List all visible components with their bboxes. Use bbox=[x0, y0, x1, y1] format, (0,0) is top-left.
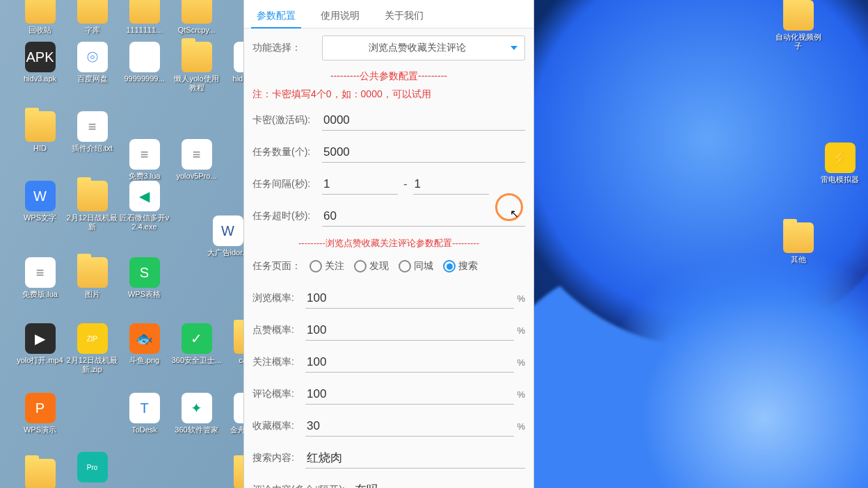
taskcount-input[interactable] bbox=[322, 143, 525, 163]
section-browse: ---------浏览点赞收藏关注评论参数配置--------- bbox=[252, 237, 525, 250]
app-icon bbox=[129, 42, 160, 72]
desktop-icon[interactable]: ⦾百度网盘 bbox=[66, 42, 118, 83]
desktop-icon[interactable]: 字库 bbox=[66, 0, 118, 35]
app-icon: ◀ bbox=[129, 181, 160, 211]
desktop-icon[interactable]: 1111111... bbox=[118, 0, 170, 35]
comment-rate-label: 评论概率: bbox=[252, 388, 305, 400]
follow-rate-input[interactable] bbox=[305, 352, 514, 373]
interval-max-input[interactable] bbox=[413, 174, 489, 195]
dash: - bbox=[403, 177, 408, 191]
desktop-icon[interactable]: 其他 bbox=[772, 222, 824, 264]
icon-label: 插件介绍.txt bbox=[72, 144, 113, 153]
app-icon: Pro bbox=[77, 452, 108, 482]
tab-about[interactable]: 关于我们 bbox=[372, 4, 436, 28]
desktop-icon[interactable]: ≡插件介绍.txt bbox=[66, 111, 118, 153]
radio-icon bbox=[354, 260, 367, 273]
collect-rate-input[interactable] bbox=[305, 416, 514, 437]
app-icon: T bbox=[129, 393, 160, 423]
kami-input[interactable] bbox=[322, 111, 525, 131]
app-icon bbox=[129, 0, 160, 24]
taskpage-label: 任务页面： bbox=[252, 260, 310, 273]
icon-label: 1111111... bbox=[127, 26, 163, 35]
desktop-icon[interactable]: APKhidv3.apk bbox=[14, 42, 66, 83]
browse-rate-label: 浏览概率: bbox=[252, 292, 305, 304]
pct-icon: % bbox=[517, 325, 525, 336]
app-icon: W bbox=[25, 181, 56, 211]
desktop-icon[interactable]: 回收站 bbox=[14, 0, 66, 35]
follow-rate-label: 关注概率: bbox=[252, 356, 305, 368]
func-select[interactable]: 浏览点赞收藏关注评论 bbox=[322, 35, 525, 60]
app-icon: P bbox=[25, 393, 56, 423]
desktop-icon[interactable]: Pro bbox=[66, 452, 118, 485]
timeout-input[interactable] bbox=[322, 206, 525, 227]
desktop-icon[interactable]: ≡免费版.lua bbox=[14, 257, 66, 299]
desktop-icon[interactable]: SWPS表格 bbox=[118, 257, 170, 299]
radio-label: 同城 bbox=[414, 260, 433, 273]
radio-icon bbox=[310, 260, 322, 273]
icon-label: 字库 bbox=[85, 26, 100, 35]
desktop-icon[interactable]: HID bbox=[14, 111, 66, 153]
radio-同城[interactable]: 同城 bbox=[399, 260, 433, 273]
icon-label: 360软件管家 bbox=[175, 425, 218, 434]
icon-label: 斗鱼.png bbox=[129, 356, 159, 365]
icon-label: WPS表格 bbox=[128, 290, 161, 299]
desktop-icon[interactable]: ✦360软件管家 bbox=[170, 393, 223, 434]
radio-label: 搜索 bbox=[458, 260, 478, 273]
app-icon bbox=[25, 111, 56, 142]
icon-label: 免费3.lua bbox=[129, 172, 161, 181]
desktop-icon[interactable]: ⚡雷电模拟器 bbox=[814, 143, 866, 184]
app-icon: ▶ bbox=[25, 323, 56, 354]
taskcount-label: 任务数量(个): bbox=[252, 146, 322, 158]
icon-label: QtScrcpy... bbox=[178, 26, 216, 35]
comment-content-input[interactable] bbox=[353, 480, 525, 489]
tab-config[interactable]: 参数配置 bbox=[244, 4, 308, 28]
desktop-icon[interactable]: ✓360安全卫士... bbox=[170, 323, 223, 365]
desktop-icon[interactable]: 2月12日战机最新 bbox=[66, 181, 118, 231]
interval-min-input[interactable] bbox=[322, 174, 398, 195]
comment-rate-input[interactable] bbox=[305, 384, 514, 405]
desktop-icon[interactable]: WWPS文字 bbox=[14, 181, 66, 222]
app-icon bbox=[182, 0, 212, 24]
browse-rate-input[interactable] bbox=[305, 288, 514, 309]
icon-label: 百度网盘 bbox=[77, 74, 108, 83]
kami-label: 卡密(激活码): bbox=[252, 114, 322, 127]
icon-label: 匠石微信多开v2.4.exe bbox=[118, 213, 170, 231]
desktop-icon[interactable]: ◀匠石微信多开v2.4.exe bbox=[118, 181, 170, 231]
desktop-icon[interactable]: 99999999... bbox=[118, 42, 170, 83]
desktop-icon[interactable]: ≡yolov5Pro... bbox=[170, 139, 223, 181]
func-select-label: 功能选择： bbox=[252, 42, 322, 54]
taskpage-radios: 关注发现同城搜索 bbox=[310, 260, 478, 273]
app-icon: ≡ bbox=[77, 111, 108, 142]
icon-label: 360安全卫士... bbox=[172, 356, 222, 365]
desktop-icon[interactable]: ≡免费3.lua bbox=[118, 139, 170, 181]
desktop-icon[interactable]: QtScrcpy... bbox=[170, 0, 223, 35]
radio-搜索[interactable]: 搜索 bbox=[443, 260, 478, 273]
pct-icon: % bbox=[517, 357, 525, 368]
desktop-icon[interactable]: 懒人yolo使用教程 bbox=[170, 42, 223, 92]
radio-关注[interactable]: 关注 bbox=[310, 260, 344, 273]
interval-label: 任务间隔(秒): bbox=[252, 178, 322, 190]
desktop-icon[interactable]: ZIP2月12日战机最新.zip bbox=[66, 323, 118, 374]
desktop-icon[interactable] bbox=[14, 459, 66, 488]
icon-label: 自动化视频例子 bbox=[772, 33, 824, 51]
pct-icon: % bbox=[517, 293, 525, 304]
icon-label: WPS文字 bbox=[24, 213, 56, 222]
desktop-icon[interactable]: 自动化视频例子 bbox=[772, 0, 824, 51]
icon-label: yolo打开.mp4 bbox=[17, 356, 63, 365]
desktop-icon[interactable]: 图片 bbox=[66, 257, 118, 299]
like-rate-input[interactable] bbox=[305, 320, 514, 341]
kami-note: 注：卡密填写4个0，如：0000，可以试用 bbox=[252, 88, 525, 101]
search-content-label: 搜索内容: bbox=[252, 452, 305, 464]
desktop-icon[interactable]: TToDesk bbox=[118, 393, 170, 434]
tab-help[interactable]: 使用说明 bbox=[308, 4, 372, 28]
radio-发现[interactable]: 发现 bbox=[354, 260, 389, 273]
app-icon: ⦾ bbox=[77, 42, 108, 72]
app-icon: ≡ bbox=[25, 257, 56, 288]
search-content-input[interactable] bbox=[305, 448, 525, 469]
app-window: 参数配置 使用说明 关于我们 功能选择： 浏览点赞收藏关注评论 --------… bbox=[243, 0, 534, 488]
desktop-icon[interactable]: ▶yolo打开.mp4 bbox=[14, 323, 66, 365]
desktop-icon[interactable]: 🐟斗鱼.png bbox=[118, 323, 170, 365]
icon-label: 图片 bbox=[85, 290, 100, 299]
desktop-icon[interactable]: PWPS演示 bbox=[14, 393, 66, 434]
pct-icon: % bbox=[517, 389, 525, 400]
